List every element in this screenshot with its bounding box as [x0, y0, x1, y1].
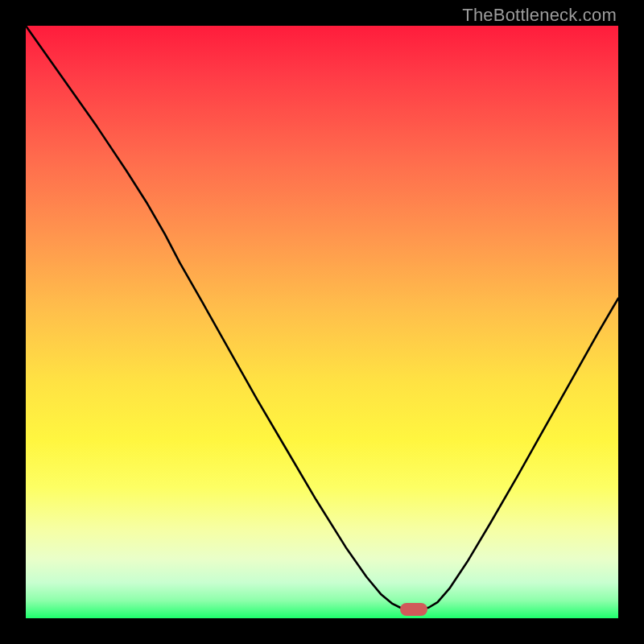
optimum-marker — [400, 603, 427, 616]
watermark-text: TheBottleneck.com — [462, 5, 617, 26]
bottleneck-curve — [26, 26, 618, 618]
chart-frame: TheBottleneck.com — [0, 0, 644, 644]
plot-area — [26, 26, 618, 618]
